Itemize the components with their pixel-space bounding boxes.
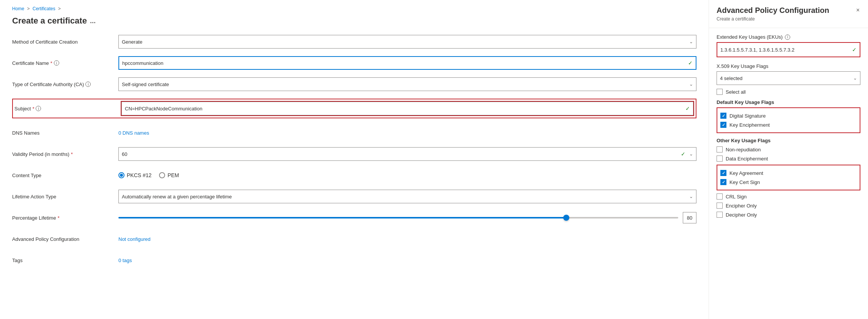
- subject-info-icon[interactable]: i: [36, 106, 41, 111]
- percentage-slider-track[interactable]: [118, 217, 678, 218]
- key-usage-label: X.509 Key Usage Flags: [717, 63, 860, 69]
- subject-control: ✓: [121, 101, 694, 116]
- data-encipherment-label: Data Encipherment: [726, 156, 768, 162]
- advanced-label: Advanced Policy Configuration: [12, 236, 118, 242]
- key-usage-select[interactable]: 4 selected ⌄: [717, 71, 860, 85]
- decipher-only-label: Decipher Only: [726, 212, 757, 218]
- pem-label: PEM: [167, 172, 179, 178]
- advanced-row: Advanced Policy Configuration Not config…: [12, 232, 696, 246]
- pem-radio-item[interactable]: PEM: [159, 172, 179, 178]
- subject-row: Subject * i ✓: [12, 99, 696, 118]
- other-flags-highlighted: Key Agreement Key Cert Sign: [717, 165, 860, 190]
- validity-select[interactable]: 60: [119, 148, 696, 160]
- percentage-slider-wrapper: 80: [118, 212, 696, 223]
- validity-select-wrapper[interactable]: 60 ✓ ⌄: [118, 147, 696, 161]
- eku-info-icon[interactable]: i: [785, 35, 790, 40]
- dns-link[interactable]: 0 DNS names: [118, 130, 149, 136]
- eku-valid-icon: ✓: [852, 47, 857, 53]
- percentage-slider-value: 80: [683, 212, 696, 223]
- method-select[interactable]: Generate: [119, 35, 696, 48]
- decipher-only-item[interactable]: Decipher Only: [717, 212, 860, 218]
- panel-subtitle: Create a certificate: [717, 16, 829, 22]
- main-content: Home > Certificates > Create a certifica…: [0, 0, 709, 319]
- key-agreement-label: Key Agreement: [729, 170, 763, 176]
- crl-sign-checkbox[interactable]: [717, 193, 723, 200]
- digital-signature-checkbox[interactable]: [720, 113, 726, 119]
- crl-sign-label: CRL Sign: [726, 194, 747, 200]
- breadcrumb: Home > Certificates >: [12, 6, 696, 11]
- breadcrumb-home[interactable]: Home: [12, 6, 24, 11]
- dns-label: DNS Names: [12, 130, 118, 136]
- percentage-slider-fill: [118, 217, 566, 218]
- percentage-slider-thumb[interactable]: [563, 215, 569, 221]
- tags-row: Tags 0 tags: [12, 253, 696, 267]
- percentage-control: 80: [118, 212, 696, 223]
- tags-label: Tags: [12, 258, 118, 263]
- content-type-row: Content Type PKCS #12 PEM: [12, 168, 696, 182]
- lifetime-select[interactable]: Automatically renew at a given percentag…: [119, 190, 696, 203]
- data-encipherment-checkbox[interactable]: [717, 156, 723, 162]
- lifetime-control: Automatically renew at a given percentag…: [118, 190, 696, 203]
- method-select-wrapper[interactable]: Generate ⌄: [118, 35, 696, 49]
- content-type-label: Content Type: [12, 173, 118, 178]
- breadcrumb-certificates[interactable]: Certificates: [33, 6, 55, 11]
- advanced-link[interactable]: Not configured: [118, 236, 151, 242]
- ca-type-label: Type of Certificate Authority (CA) i: [12, 82, 118, 87]
- dns-control: 0 DNS names: [118, 130, 696, 136]
- select-all-checkbox[interactable]: [717, 89, 723, 95]
- panel-close-button[interactable]: ×: [855, 6, 860, 14]
- dns-row: DNS Names 0 DNS names: [12, 126, 696, 140]
- key-encipherment-checkbox[interactable]: [720, 122, 726, 128]
- digital-signature-item[interactable]: Digital Signature: [720, 113, 857, 119]
- panel-header: Advanced Policy Configuration Create a c…: [709, 0, 868, 28]
- subject-input[interactable]: [122, 102, 693, 115]
- method-row: Method of Certificate Creation Generate …: [12, 35, 696, 49]
- pkcs-radio-button[interactable]: [118, 172, 124, 178]
- crl-sign-item[interactable]: CRL Sign: [717, 193, 860, 200]
- key-usage-section: X.509 Key Usage Flags 4 selected ⌄ Selec…: [717, 63, 860, 218]
- key-cert-sign-item[interactable]: Key Cert Sign: [720, 179, 857, 185]
- other-section-heading: Other Key Usage Flags: [717, 138, 860, 143]
- key-encipherment-label: Key Encipherment: [729, 122, 770, 128]
- select-all-row: Select all: [717, 89, 860, 95]
- lifetime-label: Lifetime Action Type: [12, 194, 118, 200]
- non-repudiation-label: Non-repudiation: [726, 147, 761, 152]
- pkcs-radio-item[interactable]: PKCS #12: [118, 172, 151, 178]
- encipher-only-item[interactable]: Encipher Only: [717, 203, 860, 209]
- percentage-row: Percentage Lifetime * 80: [12, 211, 696, 225]
- ca-type-select-wrapper[interactable]: Self-signed certificate ⌄: [118, 77, 696, 91]
- tags-control: 0 tags: [118, 257, 696, 263]
- non-repudiation-item[interactable]: Non-repudiation: [717, 146, 860, 152]
- ca-type-control: Self-signed certificate ⌄: [118, 77, 696, 91]
- eku-input[interactable]: [717, 43, 860, 57]
- cert-name-input[interactable]: [119, 57, 696, 69]
- ca-type-row: Type of Certificate Authority (CA) i Sel…: [12, 77, 696, 91]
- decipher-only-checkbox[interactable]: [717, 212, 723, 218]
- validity-control: 60 ✓ ⌄: [118, 147, 696, 161]
- panel-body: Extended Key Usages (EKUs) i ✓ X.509 Key…: [709, 28, 868, 319]
- default-section-heading: Default Key Usage Flags: [717, 99, 860, 105]
- data-encipherment-item[interactable]: Data Encipherment: [717, 156, 860, 162]
- title-menu[interactable]: ...: [90, 17, 96, 25]
- cert-name-info-icon[interactable]: i: [54, 60, 59, 66]
- key-usage-selected-text: 4 selected: [720, 75, 853, 81]
- key-agreement-item[interactable]: Key Agreement: [720, 170, 857, 176]
- pkcs-label: PKCS #12: [127, 172, 151, 178]
- subject-valid-icon: ✓: [685, 105, 690, 112]
- ca-type-info-icon[interactable]: i: [85, 82, 91, 87]
- key-encipherment-item[interactable]: Key Encipherment: [720, 122, 857, 128]
- key-agreement-checkbox[interactable]: [720, 170, 726, 176]
- digital-signature-label: Digital Signature: [729, 113, 766, 119]
- eku-input-wrapper: ✓: [717, 42, 860, 57]
- subject-label: Subject * i: [14, 106, 121, 112]
- pem-radio-button[interactable]: [159, 172, 165, 178]
- encipher-only-checkbox[interactable]: [717, 203, 723, 209]
- lifetime-select-wrapper[interactable]: Automatically renew at a given percentag…: [118, 190, 696, 203]
- validity-label: Validity Period (in months) *: [12, 151, 118, 157]
- tags-link[interactable]: 0 tags: [118, 258, 132, 263]
- cert-name-label: Certificate Name * i: [12, 60, 118, 66]
- key-cert-sign-checkbox[interactable]: [720, 179, 726, 185]
- non-repudiation-checkbox[interactable]: [717, 146, 723, 152]
- cert-name-row: Certificate Name * i ✓: [12, 56, 696, 70]
- ca-type-select[interactable]: Self-signed certificate: [119, 78, 696, 91]
